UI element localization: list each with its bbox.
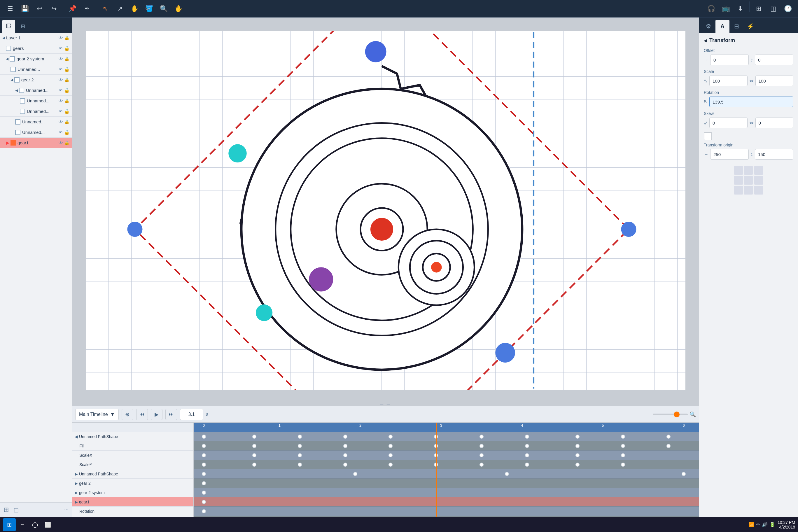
keyframe[interactable] — [575, 444, 580, 448]
keyframe[interactable] — [252, 435, 256, 439]
visibility-icon-unnamed5[interactable]: 👁 — [59, 119, 63, 125]
lock-icon-unnamed5[interactable]: 🔒 — [64, 119, 70, 125]
layer-item-gear2[interactable]: ◀ gear 2 👁 🔒 — [0, 75, 72, 85]
origin-y-input[interactable]: 150 — [755, 149, 793, 159]
keyframe[interactable] — [343, 435, 347, 439]
lock-icon-gear1[interactable]: 🔒 — [64, 140, 70, 146]
keyframe[interactable] — [202, 435, 206, 439]
keyframe[interactable] — [682, 472, 686, 476]
keyframe[interactable] — [343, 462, 347, 467]
visibility-icon-gear2[interactable]: 👁 — [59, 77, 63, 82]
sidebar-toggle-button[interactable]: ◫ — [766, 1, 780, 16]
rotation-input[interactable]: 139.5 — [709, 97, 793, 107]
track-label-gear2[interactable]: ▶ gear 2 — [72, 479, 193, 488]
tools-tab[interactable]: ⚙ — [701, 20, 716, 33]
fastforward-button[interactable]: ⏭ — [165, 409, 177, 420]
more-options-button[interactable]: ··· — [64, 507, 69, 513]
keyframe[interactable] — [343, 453, 347, 457]
lock-icon-unnamed3[interactable]: 🔒 — [64, 98, 70, 103]
scale-x-input[interactable]: 100 — [709, 76, 747, 86]
visibility-icon-unnamed4[interactable]: 👁 — [59, 109, 63, 114]
time-input[interactable]: 3.1 — [180, 409, 203, 420]
visibility-icon-unnamed2[interactable]: 👁 — [59, 88, 63, 93]
transform-tab[interactable]: A — [716, 20, 729, 33]
keyframe[interactable] — [202, 500, 206, 504]
canvas-viewport[interactable] — [72, 18, 699, 403]
layer-item-gear1[interactable]: ▶ gear1 👁 🔒 — [0, 138, 72, 148]
delete-layer-button[interactable]: ◻ — [14, 506, 19, 514]
layer-item-unnamed1[interactable]: Unnamed... 👁 🔒 — [0, 64, 72, 75]
visibility-icon-unnamed1[interactable]: 👁 — [59, 67, 63, 72]
keyframe[interactable] — [525, 444, 529, 448]
keyframe[interactable] — [575, 462, 580, 467]
keyframe[interactable] — [479, 462, 483, 467]
offset-y-input[interactable]: 0 — [755, 55, 793, 65]
keyframe[interactable] — [666, 444, 670, 448]
keyframe[interactable] — [575, 435, 580, 439]
layer-checkbox-unnamed6[interactable] — [15, 130, 20, 135]
keyframe[interactable] — [388, 435, 393, 439]
clock-button[interactable]: 🕐 — [780, 1, 795, 16]
keyframe[interactable] — [525, 453, 529, 457]
keyframe[interactable] — [621, 462, 625, 467]
keyframe[interactable] — [298, 462, 302, 467]
origin-cell-mr[interactable] — [754, 176, 763, 185]
track-label-scalex[interactable]: ScaleX — [72, 451, 193, 460]
redo-button[interactable]: ↪ — [47, 1, 61, 16]
keyframe[interactable] — [621, 444, 625, 448]
arrow-tool[interactable]: ↗ — [113, 1, 127, 16]
track-label-unnamed-pathshape[interactable]: ◀ Unnamed PathShape — [72, 432, 193, 441]
layer-checkbox-gear1[interactable] — [11, 140, 16, 146]
keyframe[interactable] — [388, 453, 393, 457]
transform-checkbox[interactable] — [704, 132, 712, 140]
track-label-unnamed-pathshape2[interactable]: ▶ Unnamed PathShape — [72, 469, 193, 479]
keyframe[interactable] — [252, 453, 256, 457]
layer-item-unnamed3[interactable]: Unnamed... 👁 🔒 — [0, 96, 72, 106]
export-button[interactable]: ⬇ — [733, 1, 747, 16]
headphones-button[interactable]: 🎧 — [704, 1, 718, 16]
keyframe[interactable] — [621, 435, 625, 439]
visibility-icon-gear2system[interactable]: 👁 — [59, 56, 63, 61]
add-layer-button[interactable]: ⊞ — [3, 506, 9, 514]
zoom-thumb[interactable] — [674, 412, 680, 417]
keyframe[interactable] — [298, 453, 302, 457]
origin-cell-ml[interactable] — [734, 176, 743, 185]
layer-checkbox-unnamed4[interactable] — [20, 109, 25, 114]
layer-checkbox-unnamed1[interactable] — [11, 67, 16, 72]
pan-tool[interactable]: 🖐 — [171, 1, 186, 16]
origin-cell-br[interactable] — [754, 186, 763, 194]
layer-checkbox-unnamed3[interactable] — [20, 98, 25, 103]
keyframe[interactable] — [505, 472, 509, 476]
tablet-button[interactable]: ⬜ — [41, 518, 54, 531]
track-label-gear2system[interactable]: ▶ gear 2 system — [72, 488, 193, 497]
track-label-rotation[interactable]: Rotation — [72, 507, 193, 516]
hand-tool[interactable]: ✋ — [127, 1, 142, 16]
timeline-dropdown[interactable]: Main Timeline ▼ — [75, 409, 119, 420]
keyframe[interactable] — [252, 444, 256, 448]
lock-icon-gears[interactable]: 🔒 — [64, 46, 70, 51]
select-tool[interactable]: ↖ — [98, 1, 113, 16]
keyframe[interactable] — [434, 462, 438, 467]
track-label-gear1[interactable]: ▶ gear1 — [72, 497, 193, 507]
visibility-icon-gear1[interactable]: 👁 — [59, 140, 63, 146]
lock-icon-unnamed6[interactable]: 🔒 — [64, 130, 70, 135]
lock-icon-gear2system[interactable]: 🔒 — [64, 56, 70, 61]
keyframe[interactable] — [525, 435, 529, 439]
lock-icon-unnamed2[interactable]: 🔒 — [64, 88, 70, 93]
visibility-icon-unnamed3[interactable]: 👁 — [59, 98, 63, 103]
panel-layout-button[interactable]: ⊞ — [751, 1, 766, 16]
zoom-track[interactable] — [653, 414, 688, 415]
keyframe[interactable] — [479, 435, 483, 439]
origin-cell-bc[interactable] — [744, 186, 753, 194]
zoom-tool[interactable]: 🔍 — [156, 1, 171, 16]
undo-button[interactable]: ↩ — [32, 1, 47, 16]
pin-tool[interactable]: 📌 — [65, 1, 80, 16]
lock-icon-gear2[interactable]: 🔒 — [64, 77, 70, 82]
menu-button[interactable]: ☰ — [3, 1, 18, 16]
layer-header[interactable]: ◀ Layer 1 👁 🔒 — [0, 33, 72, 43]
play-button[interactable]: ▶ — [151, 409, 163, 420]
visibility-icon[interactable]: 👁 — [59, 35, 63, 40]
origin-cell-mc[interactable] — [744, 176, 753, 185]
layer-item-gears[interactable]: gears 👁 🔒 — [0, 43, 72, 54]
layer-item-unnamed4[interactable]: Unnamed... 👁 🔒 — [0, 106, 72, 117]
